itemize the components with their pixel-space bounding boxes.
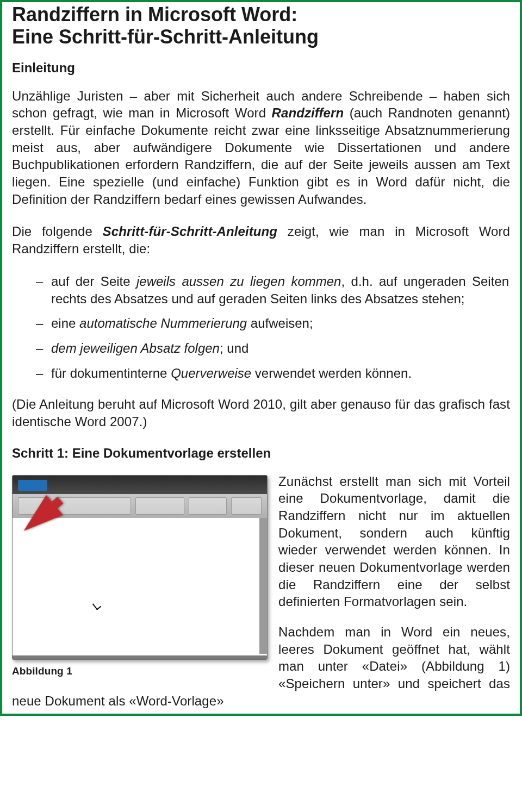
b4-post: verwendet werden können.: [251, 366, 412, 380]
ribbon-group: [189, 497, 227, 515]
word-titlebar-mock: [13, 476, 267, 494]
b3-italic: dem jeweiligen Absatz folgen: [51, 341, 220, 355]
section-heading-step1: Schritt 1: Eine Dokumentvorlage erstelle…: [12, 446, 510, 461]
ribbon-group: [135, 497, 184, 515]
intro-post: (auch Randnoten genannt) erstellt. Für e…: [12, 105, 510, 206]
figure-1-caption: Abbildung 1: [12, 663, 268, 678]
intro-keyword: Randziffern: [272, 105, 344, 120]
figure-1-thumbnail: [12, 475, 268, 660]
b4-italic: Querverweise: [171, 366, 251, 380]
section-heading-intro: Einleitung: [12, 60, 510, 76]
ribbon-group: [55, 497, 131, 515]
intro-paragraph: Unzählige Juristen – aber mit Sicherheit…: [12, 88, 510, 208]
lead-pre: Die folgende: [12, 224, 103, 239]
list-item: für dokumentinterne Querverweise verwend…: [36, 365, 509, 382]
bullet-list: auf der Seite jeweils aussen zu liegen k…: [36, 273, 509, 382]
list-item: eine automatische Nummerierung aufweisen…: [36, 315, 509, 332]
document-page-mock: [34, 526, 252, 652]
word-file-tab-mock: [18, 480, 47, 491]
note-paragraph: (Die Anleitung beruht auf Microsoft Word…: [12, 396, 510, 430]
b3-post: ; und: [220, 341, 248, 355]
figure-1: Abbildung 1: [12, 475, 268, 678]
step1-body: Abbildung 1 Zunächst erstellt man sich m…: [12, 473, 510, 710]
ribbon-group: [231, 497, 262, 515]
lead-paragraph: Die folgende Schritt-für-Schritt-Anleitu…: [12, 223, 510, 257]
list-item: auf der Seite jeweils aussen zu liegen k…: [36, 273, 509, 307]
b1-pre: auf der Seite: [51, 274, 136, 289]
b2-post: aufweisen;: [247, 316, 313, 330]
list-item: dem jeweiligen Absatz folgen; und: [36, 340, 509, 357]
scrollbar-mock: [259, 518, 267, 654]
b2-italic: automatische Nummerierung: [79, 316, 247, 330]
b2-pre: eine: [51, 316, 79, 330]
b4-pre: für dokumentinterne: [51, 366, 171, 380]
b1-italic: jeweils aussen zu liegen kommen: [136, 274, 341, 289]
page-title: Randziffern in Microsoft Word: Eine Schr…: [12, 3, 510, 48]
lead-keyword: Schritt-für-Schritt-Anleitung: [103, 224, 278, 239]
title-line-2: Eine Schritt-für-Schritt-Anleitung: [12, 26, 319, 48]
title-line-1: Randziffern in Microsoft Word:: [12, 3, 297, 26]
